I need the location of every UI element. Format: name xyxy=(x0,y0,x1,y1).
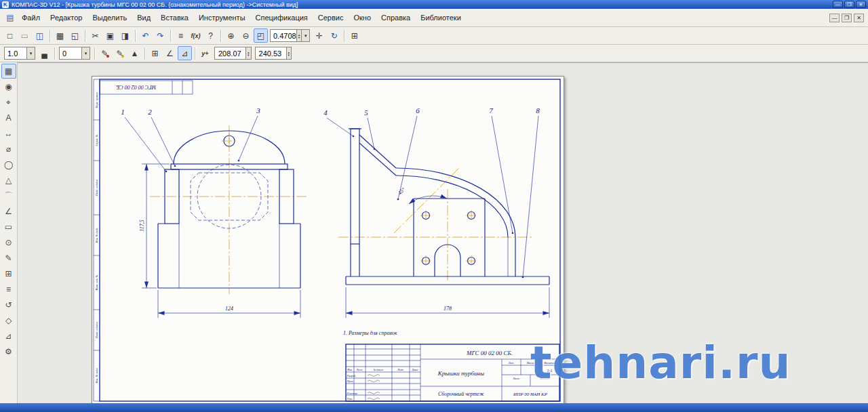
save-button[interactable]: ◫ xyxy=(33,28,47,43)
layer-combo[interactable]: 0 ▾ xyxy=(59,47,90,60)
variables-button[interactable]: f(x) xyxy=(189,28,203,43)
combo-dropdown-icon[interactable]: ▾ xyxy=(301,30,309,41)
toolbar-separator xyxy=(135,30,136,42)
left-tool-icon[interactable]: ⌒ xyxy=(1,188,16,203)
drawing-sheet[interactable]: Перв. примен. Справ. № Подп. и дата Инв.… xyxy=(92,76,564,403)
dimension-width[interactable]: 124 xyxy=(225,306,233,312)
left-tool-icon[interactable]: ▭ xyxy=(1,220,16,234)
minimize-button[interactable]: — xyxy=(833,1,843,8)
redo-button[interactable]: ↷ xyxy=(153,28,167,43)
menu-view[interactable]: Вид xyxy=(132,11,155,24)
layer-value: 0 xyxy=(62,49,81,58)
left-tool-icon[interactable]: ◇ xyxy=(1,313,16,328)
maximize-button[interactable]: ❐ xyxy=(844,1,854,8)
tb-organization[interactable]: ИПР 00 НАН КР xyxy=(513,392,548,397)
left-tool-icon[interactable]: △ xyxy=(1,173,16,188)
x-coordinate-field[interactable]: 208.07 ▴▾ xyxy=(214,47,252,60)
undo-button[interactable]: ↶ xyxy=(138,28,153,43)
menu-help[interactable]: Справка xyxy=(376,11,415,24)
balloon-4[interactable]: 4 xyxy=(323,108,328,117)
y-coordinate-field[interactable]: 240.53 ▴▾ xyxy=(255,47,292,60)
menu-file[interactable]: Файл xyxy=(17,11,45,24)
spinner-icon[interactable]: ▴▾ xyxy=(245,47,251,59)
print-button[interactable]: ▦ xyxy=(53,28,67,43)
close-button[interactable]: ✕ xyxy=(856,1,866,8)
new-document-button[interactable]: □ xyxy=(3,28,17,43)
balloon-2[interactable]: 2 xyxy=(148,108,152,116)
grid-toggle-button[interactable]: ⊞ xyxy=(148,46,162,60)
balloon-1[interactable]: 1 xyxy=(121,108,125,116)
balloon-8[interactable]: 8 xyxy=(536,106,540,115)
properties-button[interactable]: ≡ xyxy=(174,28,188,43)
tb-col-header: Лист xyxy=(356,369,363,371)
grid-button[interactable]: ⊞ xyxy=(347,28,361,43)
menu-select[interactable]: Выделить xyxy=(87,11,132,24)
pan-button[interactable]: ✛ xyxy=(312,28,326,43)
combo-dropdown-icon[interactable]: ▾ xyxy=(26,47,35,59)
left-tool-icon[interactable]: ✎ xyxy=(1,251,16,266)
drawing-canvas[interactable]: Перв. примен. Справ. № Подп. и дата Инв.… xyxy=(18,62,868,403)
local-coords-button[interactable]: y+ xyxy=(198,46,212,60)
menu-tools[interactable]: Инструменты xyxy=(194,11,250,24)
angle-snap-button[interactable]: ∠ xyxy=(163,46,177,60)
spinner-icon[interactable]: ▴▾ xyxy=(296,30,302,41)
menu-editor[interactable]: Редактор xyxy=(45,11,87,24)
document-icon[interactable]: ▤ xyxy=(4,12,16,24)
combo-dropdown-icon[interactable]: ▾ xyxy=(81,47,90,59)
refresh-view-button[interactable]: ↻ xyxy=(327,28,341,43)
menu-window[interactable]: Окно xyxy=(349,11,376,24)
cut-button[interactable]: ✂ xyxy=(88,28,102,43)
dimension-width[interactable]: 178 xyxy=(443,306,452,312)
print-preview-button[interactable]: ◱ xyxy=(68,28,82,43)
left-tool-icon[interactable]: ↺ xyxy=(1,297,16,312)
left-tool-icon[interactable]: ⊙ xyxy=(1,235,16,250)
menu-libraries[interactable]: Библиотеки xyxy=(416,11,466,24)
left-tool-icon[interactable]: A xyxy=(1,110,16,125)
left-tool-icon[interactable]: ▦ xyxy=(1,64,16,79)
left-tool-icon[interactable]: ◯ xyxy=(1,157,16,172)
line-style-combo[interactable]: 1.0 ▾ xyxy=(4,47,35,60)
style-edit-button[interactable]: ✎ xyxy=(113,46,127,60)
balloon-5[interactable]: 5 xyxy=(364,108,368,117)
menu-service[interactable]: Сервис xyxy=(313,11,349,24)
tb-doc-type[interactable]: Сборочный чертеж xyxy=(438,391,485,397)
zoom-out-button[interactable]: ⊖ xyxy=(239,28,253,43)
left-tool-icon[interactable]: ⊞ xyxy=(1,266,16,281)
left-tool-icon[interactable]: ∠ xyxy=(1,204,16,219)
zoom-rect-button[interactable]: ◰ xyxy=(254,28,268,43)
left-tool-icon[interactable]: ⚙ xyxy=(1,344,16,359)
balloon-7[interactable]: 7 xyxy=(489,106,493,115)
zoom-in-button[interactable]: ⊕ xyxy=(224,28,238,43)
menu-specification[interactable]: Спецификация xyxy=(251,11,313,24)
tb-sheet-header: Лист xyxy=(512,377,519,380)
paste-button[interactable]: ◨ xyxy=(118,28,132,43)
menu-insert[interactable]: Вставка xyxy=(156,11,193,24)
toolbar-separator xyxy=(54,47,55,60)
margin-label: Инв. № подл. xyxy=(95,367,98,384)
reference-note[interactable]: 1. Размеры для справок xyxy=(343,330,397,336)
zoom-scale-combo[interactable]: 0.4708 ▴▾ ▾ xyxy=(270,29,310,42)
mdi-restore-button[interactable]: ❐ xyxy=(842,14,852,22)
left-tool-icon[interactable]: ≡ xyxy=(1,282,16,297)
context-help-button[interactable]: ? xyxy=(203,28,218,43)
toolbar-separator xyxy=(94,47,95,60)
dimension-height[interactable]: 117,5 xyxy=(139,220,145,231)
lock-icon[interactable]: ▄ xyxy=(37,46,52,60)
copy-button[interactable]: ▣ xyxy=(103,28,117,43)
open-button[interactable]: ▭ xyxy=(18,28,32,43)
left-tool-icon[interactable]: ⌀ xyxy=(1,142,16,157)
left-tool-icon[interactable]: ↔ xyxy=(1,126,16,141)
tb-doc-number[interactable]: МГС 00 02 00 СБ. xyxy=(466,350,513,356)
mdi-close-button[interactable]: ✕ xyxy=(854,14,864,22)
left-tool-icon[interactable]: ⊿ xyxy=(1,329,16,344)
balloon-6[interactable]: 6 xyxy=(416,106,420,115)
mdi-minimize-button[interactable]: — xyxy=(829,14,840,22)
balloon-3[interactable]: 3 xyxy=(256,106,260,115)
layer-settings-button[interactable]: ✎ xyxy=(98,46,112,60)
orientation-button[interactable]: ▲ xyxy=(127,46,142,60)
left-tool-icon[interactable]: ⌖ xyxy=(1,95,16,110)
left-tool-icon[interactable]: ◉ xyxy=(1,79,16,94)
tb-part-name[interactable]: Крышка турбины xyxy=(437,370,484,377)
spinner-icon[interactable]: ▴▾ xyxy=(286,47,292,59)
snap-settings-button[interactable]: ⊿ xyxy=(178,46,192,60)
